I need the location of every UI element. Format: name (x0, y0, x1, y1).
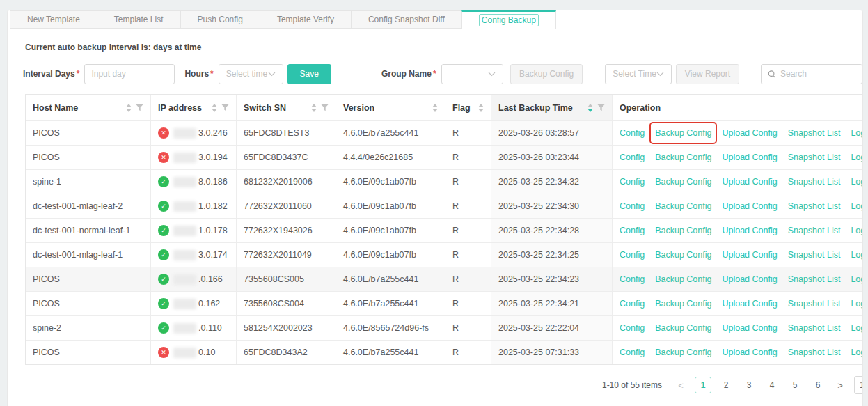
switch-sn-cell: 581254X2002023 (237, 316, 336, 340)
operation-link-config[interactable]: Config (620, 250, 645, 260)
operation-link-snapshot-list[interactable]: Snapshot List (788, 274, 841, 284)
operation-link-backup-config[interactable]: Backup Config (655, 226, 711, 235)
tab-config-backup[interactable]: Config Backup (461, 10, 556, 29)
operation-link-log[interactable]: Log (851, 250, 863, 260)
operation-link-log[interactable]: Log (851, 348, 863, 357)
operation-link-log[interactable]: Log (851, 323, 863, 333)
operation-link-backup-config[interactable]: Backup Config (655, 323, 711, 333)
search-box[interactable] (761, 64, 862, 84)
operation-link-snapshot-list[interactable]: Snapshot List (788, 299, 841, 309)
page-size-select[interactable]: 1 (854, 376, 863, 394)
operation-link-upload-config[interactable]: Upload Config (722, 177, 777, 187)
flag-cell: R (445, 316, 491, 340)
operation-link-snapshot-list[interactable]: Snapshot List (788, 323, 841, 333)
prev-page-icon[interactable]: < (673, 377, 688, 393)
column-header-last-backup-time[interactable]: Last Backup Time (491, 95, 613, 120)
tab-template-list[interactable]: Template List (97, 10, 181, 29)
table-row: dc-test-001-mlag-leaf-2 ✓ 1.0.182 772632… (26, 194, 863, 218)
backup-config-button[interactable]: Backup Config (510, 64, 583, 84)
operation-link-backup-config[interactable]: Backup Config (655, 128, 711, 138)
operation-link-config[interactable]: Config (620, 299, 645, 309)
operation-link-upload-config[interactable]: Upload Config (722, 299, 777, 309)
sort-icon[interactable] (126, 104, 132, 112)
sort-icon[interactable] (432, 104, 438, 112)
operation-link-upload-config[interactable]: Upload Config (722, 128, 777, 138)
filter-icon[interactable] (321, 104, 329, 111)
redaction-blur (173, 348, 196, 358)
tab-config-snapshot-diff[interactable]: Config Snapshot Diff (351, 10, 462, 29)
page-button-6[interactable]: 6 (810, 377, 826, 393)
table-row: dc-test-001-mlag-leaf-1 ✓ 3.0.174 772632… (26, 242, 863, 267)
sort-icon[interactable] (478, 104, 484, 112)
report-time-select[interactable]: Select Time (605, 64, 672, 84)
operation-link-log[interactable]: Log (851, 299, 863, 309)
tab-push-config[interactable]: Push Config (180, 10, 260, 29)
operation-link-backup-config[interactable]: Backup Config (655, 299, 711, 309)
view-report-button[interactable]: View Report (676, 64, 739, 84)
operation-link-config[interactable]: Config (620, 348, 645, 357)
sort-icon[interactable] (587, 104, 593, 112)
operation-link-upload-config[interactable]: Upload Config (722, 323, 777, 333)
group-name-select[interactable] (441, 64, 504, 84)
operation-link-snapshot-list[interactable]: Snapshot List (788, 250, 841, 260)
operation-link-backup-config[interactable]: Backup Config (655, 274, 711, 284)
operation-link-backup-config[interactable]: Backup Config (655, 348, 711, 357)
table-row: spine-1 ✓ 8.0.186 681232X2019006 4.6.0E/… (26, 169, 863, 194)
next-page-icon[interactable]: > (833, 377, 848, 393)
column-header-switch-sn[interactable]: Switch SN (237, 95, 336, 120)
column-header-version[interactable]: Version (336, 95, 445, 120)
operation-link-config[interactable]: Config (620, 128, 645, 138)
operation-link-config[interactable]: Config (620, 226, 645, 235)
operation-link-snapshot-list[interactable]: Snapshot List (788, 128, 841, 138)
page-button-2[interactable]: 2 (718, 377, 734, 393)
search-input[interactable] (780, 69, 855, 79)
operation-link-upload-config[interactable]: Upload Config (722, 201, 777, 211)
save-button[interactable]: Save (287, 64, 331, 84)
operation-link-upload-config[interactable]: Upload Config (722, 250, 777, 260)
tab-new-template[interactable]: New Template (10, 10, 97, 29)
operation-link-log[interactable]: Log (851, 274, 863, 284)
host-name-cell: PICOS (26, 341, 151, 364)
operation-link-backup-config[interactable]: Backup Config (655, 201, 711, 211)
operation-link-upload-config[interactable]: Upload Config (722, 348, 777, 357)
operation-link-log[interactable]: Log (851, 128, 863, 138)
sort-icon[interactable] (212, 104, 217, 112)
operation-link-config[interactable]: Config (620, 201, 645, 211)
operation-link-log[interactable]: Log (851, 201, 863, 211)
page-button-3[interactable]: 3 (741, 377, 757, 393)
filter-icon[interactable] (597, 104, 605, 111)
operation-link-snapshot-list[interactable]: Snapshot List (788, 348, 841, 357)
operation-link-config[interactable]: Config (620, 177, 645, 187)
operation-link-upload-config[interactable]: Upload Config (722, 226, 777, 235)
tab-template-verify[interactable]: Template Verify (260, 10, 352, 29)
page-button-4[interactable]: 4 (764, 377, 780, 393)
operation-link-config[interactable]: Config (620, 323, 645, 333)
operation-link-config[interactable]: Config (620, 274, 645, 284)
operation-link-upload-config[interactable]: Upload Config (722, 153, 777, 162)
operation-link-backup-config[interactable]: Backup Config (655, 153, 711, 162)
operation-link-log[interactable]: Log (851, 226, 863, 235)
operation-link-snapshot-list[interactable]: Snapshot List (788, 201, 841, 211)
sort-icon[interactable] (311, 104, 317, 112)
hours-select[interactable]: Select time (219, 64, 283, 84)
pagination: 1-10 of 55 items < 123456 > 1 (8, 376, 862, 394)
filter-icon[interactable] (221, 104, 229, 111)
operation-link-log[interactable]: Log (851, 177, 863, 187)
filter-icon[interactable] (136, 104, 143, 111)
column-header-host-name[interactable]: Host Name (26, 95, 151, 120)
operation-link-log[interactable]: Log (851, 153, 863, 162)
operation-link-snapshot-list[interactable]: Snapshot List (788, 153, 841, 162)
operation-link-backup-config[interactable]: Backup Config (655, 250, 711, 260)
interval-days-input[interactable] (84, 64, 175, 84)
page-button-5[interactable]: 5 (787, 377, 803, 393)
operation-link-snapshot-list[interactable]: Snapshot List (788, 226, 841, 235)
operation-link-snapshot-list[interactable]: Snapshot List (788, 177, 841, 187)
column-header-ip-address[interactable]: IP address (151, 95, 237, 120)
flag-cell: R (445, 121, 491, 145)
last-backup-time-cell: 2025-03-25 22:22:04 (491, 316, 613, 340)
page-button-1[interactable]: 1 (695, 377, 711, 393)
column-header-flag[interactable]: Flag (445, 95, 491, 120)
operation-link-config[interactable]: Config (620, 153, 645, 162)
operation-link-upload-config[interactable]: Upload Config (722, 274, 777, 284)
operation-link-backup-config[interactable]: Backup Config (655, 177, 711, 187)
